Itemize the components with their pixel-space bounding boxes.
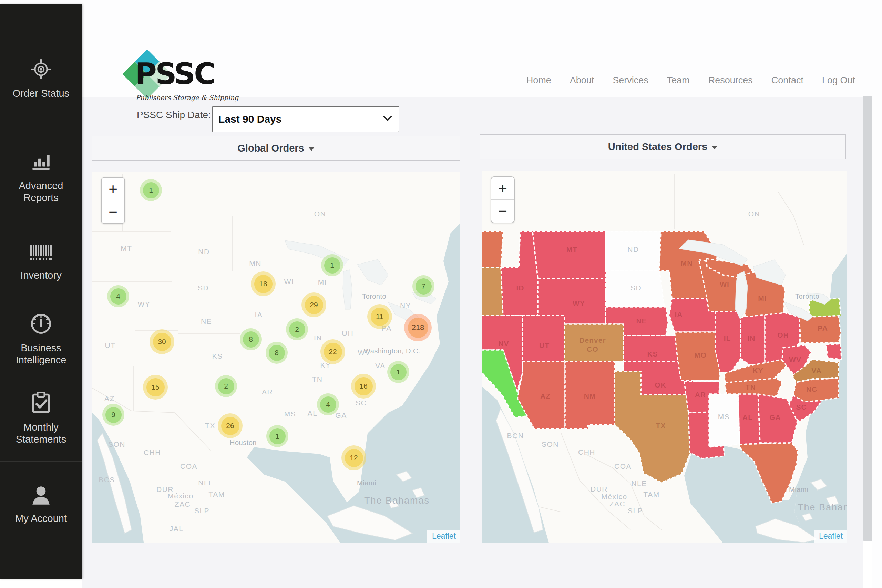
order-cluster-marker[interactable]: 4 [107,285,129,307]
order-cluster-marker[interactable]: 1 [321,254,343,276]
map-label: PA [818,324,828,332]
global-orders-map[interactable]: + − Leaflet ONMTNDMNWIMISDWYIANEKSUTToro… [92,171,460,543]
order-cluster-marker[interactable]: 1 [140,179,162,201]
ship-date-select[interactable]: Last 90 Days [212,106,399,132]
order-cluster-marker[interactable]: 8 [240,328,262,350]
map-label: BCS [99,476,115,484]
logo-tagline: Publishers Storage & Shipping [136,94,238,101]
map-label: Miami [357,479,376,487]
order-cluster-marker[interactable]: 7 [412,275,435,297]
map-label: MT [566,245,578,254]
sidebar-item-inventory[interactable]: Inventory [0,220,82,303]
map-label: ZAC [609,500,626,508]
sidebar-item-label: Monthly Statements [5,421,77,445]
map-zoom-control: + − [101,177,125,224]
cluster-count: 16 [354,377,373,396]
map-label: SON [108,440,125,448]
nav-link-services[interactable]: Services [613,75,648,86]
order-cluster-marker[interactable]: 12 [341,446,366,470]
sidebar-item-monthly-statements[interactable]: Monthly Statements [0,375,82,462]
caret-down-icon [711,146,718,150]
us-orders-header[interactable]: United States Orders [480,134,846,159]
map-label: NE [201,317,212,326]
map-label: NE [636,317,646,325]
map-label: TN [746,383,756,391]
order-cluster-marker[interactable]: 8 [266,342,288,364]
map-label: Washington, D.C. [364,347,420,355]
order-cluster-marker[interactable]: 16 [351,374,376,399]
order-cluster-marker[interactable]: 4 [317,393,339,416]
zoom-out-button[interactable]: − [102,201,124,223]
map-label: NV [498,340,509,348]
caret-down-icon [308,147,315,151]
map-label: TN [312,375,323,383]
sidebar-item-order-status[interactable]: Order Status [0,4,82,134]
sidebar-item-label: Inventory [20,269,62,281]
map-label: DUR [591,485,608,493]
us-orders-map[interactable]: + − Leaflet ONTorontoMTIDWYNDSDNENVUTDen… [482,171,847,543]
map-label: Toronto [795,292,819,300]
sidebar-item-my-account[interactable]: My Account [0,462,82,548]
cluster-count: 8 [269,345,285,361]
map-label: IA [255,311,263,319]
order-cluster-marker[interactable]: 26 [218,413,243,438]
map-label: MI [318,278,327,286]
nav-link-team[interactable]: Team [667,75,690,86]
map-label: MI [758,294,766,303]
map-label: Denver [579,336,606,345]
order-cluster-marker[interactable]: 18 [251,272,276,296]
order-cluster-marker[interactable]: 15 [143,375,168,400]
nav-link-home[interactable]: Home [526,75,551,86]
map-label: MS [284,410,296,418]
nav-link-about[interactable]: About [570,75,594,86]
pssc-logo[interactable]: PSSC Publishers Storage & Shipping [121,48,238,104]
map-label: NY [400,302,411,310]
cluster-count: 4 [110,288,126,304]
global-orders-header[interactable]: Global Orders [92,136,460,160]
map-label: NLE [198,479,214,487]
sidebar-item-business-intelligence[interactable]: Business Intelligence [0,303,82,375]
map-label: KS [212,352,223,360]
map-label: UT [539,341,549,350]
vertical-scrollbar[interactable] [863,96,872,541]
cluster-count: 1 [143,182,159,198]
map-label: KS [647,350,658,358]
map-label: Houston [230,439,256,447]
map-label: JAL [170,525,184,533]
map-label: TX [656,422,666,430]
order-cluster-marker[interactable]: 29 [302,292,326,317]
map-label: IL [724,334,731,342]
zoom-out-button[interactable]: − [491,200,514,222]
order-cluster-marker[interactable]: 9 [102,404,124,426]
nav-link-contact[interactable]: Contact [771,75,804,86]
nav-link-resources[interactable]: Resources [708,75,753,86]
map-label: NM [584,392,596,400]
map-label: Miami [789,486,808,494]
gauge-icon [29,312,53,336]
cluster-count: 218 [408,318,428,338]
logo-text: PSSC [135,57,214,91]
map-label: México [168,492,194,500]
order-cluster-marker[interactable]: 1 [266,425,288,447]
sidebar-item-advanced-reports[interactable]: Advanced Reports [0,134,82,220]
order-cluster-marker[interactable]: 30 [150,329,174,354]
map-label: AL [308,409,318,417]
nav-link-log-out[interactable]: Log Out [822,75,855,86]
order-cluster-marker[interactable]: 2 [286,318,308,340]
cluster-count: 11 [371,308,389,326]
sidebar: Order StatusAdvanced ReportsInventoryBus… [0,4,82,579]
cluster-count: 1 [269,428,286,444]
leaflet-link[interactable]: Leaflet [819,531,843,540]
zoom-in-button[interactable]: + [491,177,514,200]
map-label: COA [180,462,197,471]
cluster-count: 7 [416,278,432,294]
order-cluster-marker[interactable]: 218 [404,314,432,341]
leaflet-link[interactable]: Leaflet [432,531,456,540]
order-cluster-marker[interactable]: 2 [215,375,237,397]
order-cluster-marker[interactable]: 11 [367,304,392,329]
order-cluster-marker[interactable]: 22 [320,339,345,364]
order-cluster-marker[interactable]: 1 [387,361,409,383]
map-label: NLE [631,480,646,488]
sidebar-item-label: Advanced Reports [5,180,77,203]
zoom-in-button[interactable]: + [102,178,124,200]
